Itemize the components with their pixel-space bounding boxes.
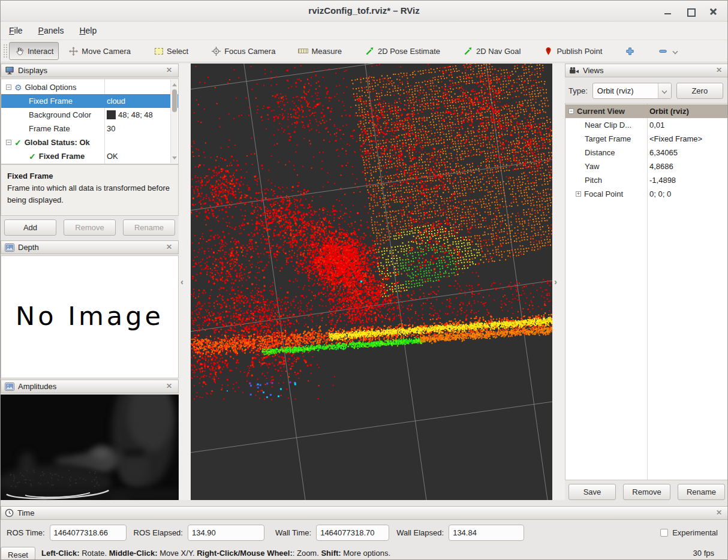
panel-title-text: Views (583, 66, 603, 75)
move-icon (68, 46, 79, 56)
tree-row-background-color[interactable]: Background Color 48; 48; 48 (1, 108, 178, 122)
tool-label: Interact (28, 47, 53, 56)
close-icon[interactable] (165, 382, 175, 392)
tool-label: Select (167, 47, 188, 56)
tool-label: 2D Pose Estimate (378, 47, 440, 56)
views-panel-titlebar[interactable]: Views (565, 64, 728, 77)
amplitudes-panel: Amplitudes (1, 380, 179, 500)
ros-time-field[interactable] (50, 525, 127, 541)
hand-icon (14, 46, 25, 56)
tool-select[interactable]: Select (149, 42, 193, 60)
collapse-expander-icon[interactable] (6, 85, 11, 90)
tool-interact[interactable]: Interact (9, 42, 59, 60)
close-icon[interactable] (715, 508, 724, 518)
zero-button[interactable]: Zero (676, 83, 723, 99)
close-icon[interactable] (165, 66, 175, 76)
collapse-expander-icon[interactable] (6, 140, 11, 145)
chevron-down-icon[interactable] (658, 83, 671, 98)
chevron-down-icon[interactable] (672, 48, 678, 54)
tool-label: Measure (311, 47, 342, 56)
amplitudes-panel-titlebar[interactable]: Amplitudes (1, 380, 179, 393)
view-type-select[interactable]: Orbit (rviz) (592, 83, 672, 99)
experimental-checkbox[interactable] (660, 529, 668, 537)
tree-row-distance[interactable]: Distance 6,34065 (565, 146, 728, 159)
time-panel-titlebar[interactable]: Time (1, 506, 728, 520)
image-icon (5, 383, 14, 391)
check-icon: ✓ (29, 152, 36, 161)
wall-time-label: Wall Time: (275, 528, 311, 537)
tool-publish-point[interactable]: Publish Point (539, 42, 607, 60)
displays-panel-titlebar[interactable]: Displays (1, 64, 179, 77)
remove-tool-button[interactable] (653, 42, 683, 60)
focus-icon (211, 46, 221, 56)
tool-move-camera[interactable]: Move Camera (64, 42, 136, 60)
tree-row-frame-rate[interactable]: Frame Rate 30 (1, 122, 178, 136)
tree-row-fixed-frame-status[interactable]: ✓ Fixed Frame OK (1, 149, 178, 163)
collapse-right-icon[interactable]: › (554, 276, 557, 287)
rename-button[interactable]: Rename (678, 484, 725, 500)
plus-icon (625, 46, 635, 56)
collapse-left-icon[interactable]: ‹ (181, 276, 183, 287)
maximize-icon[interactable] (683, 7, 699, 17)
menu-file[interactable]: File (9, 26, 23, 35)
tool-focus-camera[interactable]: Focus Camera (206, 42, 280, 60)
menu-panels[interactable]: Panels (38, 26, 64, 35)
expand-expander-icon[interactable] (576, 191, 581, 197)
minimize-icon[interactable] (660, 7, 676, 17)
green-arrow-icon (463, 46, 473, 56)
depth-panel-titlebar[interactable]: Depth (1, 240, 179, 254)
panel-title-text: Depth (18, 243, 39, 252)
tool-label: 2D Nav Goal (476, 47, 521, 56)
tree-row-yaw[interactable]: Yaw 4,8686 (565, 159, 728, 173)
displays-buttons: Add Remove Rename (1, 217, 179, 238)
tree-row-global-status[interactable]: ✓ Global Status: Ok (1, 136, 178, 149)
toolbar-drag-handle[interactable] (2, 43, 7, 59)
tree-row-fixed-frame[interactable]: Fixed Frame cloud (1, 94, 178, 108)
measure-icon (298, 46, 308, 56)
minus-icon (658, 46, 668, 56)
statusbar: Reset Left-Click: Rotate. Middle-Click: … (1, 545, 727, 560)
ros-elapsed-label: ROS Elapsed: (134, 528, 183, 537)
scrollbar-thumb[interactable] (172, 89, 177, 112)
tree-row-target-frame[interactable]: Target Frame <Fixed Frame> (565, 132, 728, 146)
tool-measure[interactable]: Measure (293, 42, 347, 60)
remove-button[interactable]: Remove (64, 219, 116, 236)
ros-time-label: ROS Time: (7, 528, 45, 537)
scroll-down-icon[interactable] (172, 156, 177, 161)
tree-row-focal-point[interactable]: Focal Point 0; 0; 0 (565, 187, 728, 201)
clock-icon (5, 508, 14, 517)
menu-help[interactable]: Help (79, 26, 97, 35)
tree-row-global-options[interactable]: ⚙ Global Options (1, 80, 178, 94)
displays-panel: Displays ⚙ Global Options Fixed Frame cl… (1, 64, 179, 238)
panel-title-text: Amplitudes (18, 382, 56, 391)
viewport-canvas[interactable] (191, 64, 552, 500)
tool-2d-nav-goal[interactable]: 2D Nav Goal (458, 42, 525, 60)
rviz-window: rvizConfig_tof.rviz* – RViz File Panels … (0, 0, 728, 560)
remove-button[interactable]: Remove (623, 484, 670, 500)
collapse-expander-icon[interactable] (568, 109, 574, 114)
right-splitter[interactable]: › (552, 64, 565, 500)
wall-elapsed-field[interactable] (449, 525, 524, 541)
add-button[interactable]: Add (4, 219, 56, 236)
tool-2d-pose-estimate[interactable]: 2D Pose Estimate (360, 42, 445, 60)
time-fields-row: ROS Time: ROS Elapsed: Wall Time: Wall E… (1, 522, 728, 543)
displays-scrollbar[interactable] (170, 80, 178, 163)
scroll-up-icon[interactable] (172, 82, 177, 86)
tool-label: Focus Camera (224, 47, 275, 56)
tree-row-pitch[interactable]: Pitch -1,4898 (565, 173, 728, 187)
left-splitter[interactable]: ‹ (179, 64, 191, 500)
close-icon[interactable] (706, 7, 721, 17)
add-tool-button[interactable] (620, 42, 640, 60)
close-icon[interactable] (715, 66, 724, 76)
menubar: File Panels Help (1, 22, 727, 40)
wall-time-field[interactable] (316, 525, 389, 541)
reset-button[interactable]: Reset (1, 547, 35, 560)
rename-button[interactable]: Rename (123, 219, 175, 236)
ros-elapsed-field[interactable] (188, 525, 264, 541)
amplitudes-image (1, 395, 179, 500)
tree-row-near-clip[interactable]: Near Clip D... 0,01 (565, 118, 728, 132)
tree-row-current-view[interactable]: Current View Orbit (rviz) (565, 104, 728, 118)
close-icon[interactable] (165, 243, 175, 252)
help-body: Frame into which all data is transformed… (7, 182, 172, 206)
save-button[interactable]: Save (568, 484, 616, 500)
